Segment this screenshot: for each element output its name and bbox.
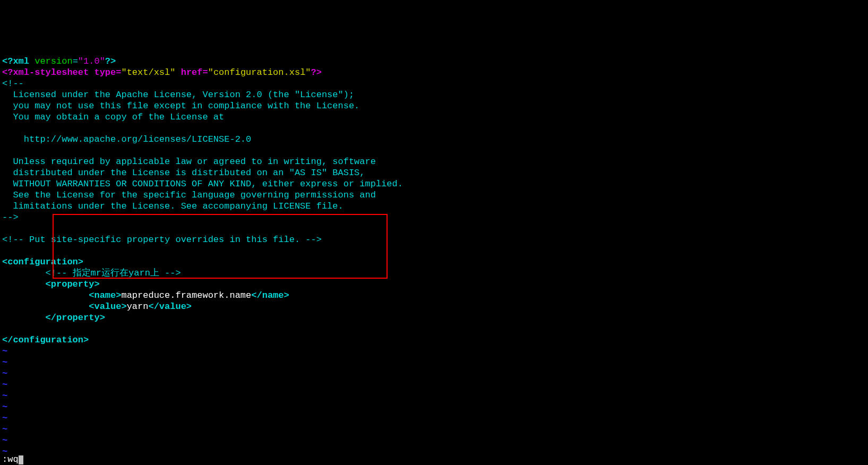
attr-type: type <box>94 67 116 78</box>
license-line-2: you may not use this file except in comp… <box>2 101 359 111</box>
yarn-comment: <!-- 指定mr运行在yarn上 --> <box>2 268 181 278</box>
license-line-1: Licensed under the Apache License, Versi… <box>2 90 354 100</box>
name-close: </name> <box>251 290 289 300</box>
configuration-open: <configuration> <box>2 257 83 267</box>
xml-decl-open: <?xml <box>2 56 29 66</box>
value-close: </value> <box>148 302 192 312</box>
tilde-line: ~ <box>2 380 7 390</box>
attr-version: version <box>29 56 73 66</box>
license-line-5: Unless required by applicable law or agr… <box>2 157 376 167</box>
license-line-4: http://www.apache.org/licenses/LICENSE-2… <box>2 134 251 144</box>
value-text: yarn <box>127 302 149 312</box>
license-line-9: limitations under the License. See accom… <box>2 201 343 211</box>
xml-decl-close: ?> <box>105 56 116 66</box>
tilde-line: ~ <box>2 357 7 367</box>
eq-href: = <box>203 67 208 78</box>
value-open: <value> <box>2 302 127 312</box>
stylesheet-close: ?> <box>311 67 322 78</box>
name-open: <name> <box>2 290 121 300</box>
tilde-line: ~ <box>2 424 7 434</box>
tilde-line: ~ <box>2 346 7 356</box>
license-line-3: You may obtain a copy of the License at <box>2 112 224 122</box>
license-line-8: See the License for the specific languag… <box>2 190 376 200</box>
eq: = <box>73 56 78 66</box>
version-value: "1.0" <box>78 56 105 66</box>
tilde-line: ~ <box>2 391 7 401</box>
property-close: </property> <box>2 313 105 323</box>
type-value: "text/xsl" <box>121 67 175 78</box>
tilde-line: ~ <box>2 368 7 378</box>
href-value: "configuration.xsl" <box>208 67 311 78</box>
vim-command-line[interactable]: :wq <box>2 454 23 465</box>
tilde-line: ~ <box>2 402 7 412</box>
comment-open: <!-- <box>2 79 24 89</box>
license-line-7: WITHOUT WARRANTIES OR CONDITIONS OF ANY … <box>2 179 403 189</box>
eq-type: = <box>116 67 121 78</box>
site-comment: <!-- Put site-specific property override… <box>2 235 322 245</box>
property-open: <property> <box>2 279 100 289</box>
tilde-line: ~ <box>2 435 7 445</box>
license-line-6: distributed under the License is distrib… <box>2 168 365 178</box>
cursor-icon <box>19 455 23 464</box>
configuration-close: </configuration> <box>2 335 89 345</box>
name-text: mapreduce.framework.name <box>121 290 251 300</box>
comment-close: --> <box>2 212 19 222</box>
stylesheet-open: <?xml-stylesheet <box>2 67 89 78</box>
vim-editor[interactable]: <?xml version="1.0"?> <?xml-stylesheet t… <box>0 45 868 457</box>
tilde-line: ~ <box>2 413 7 423</box>
attr-href: href <box>181 67 203 78</box>
